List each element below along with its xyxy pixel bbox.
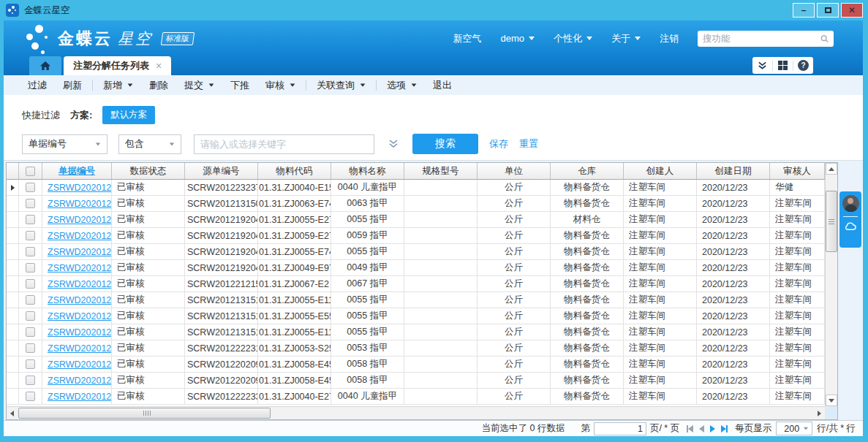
row-checkbox[interactable] <box>26 199 35 208</box>
column-unit[interactable]: 单位 <box>478 163 551 179</box>
row-checkbox[interactable] <box>26 279 35 289</box>
vertical-scroll-thumb[interactable] <box>826 191 837 252</box>
cloud-button[interactable] <box>844 221 857 231</box>
toolbar-push-down[interactable]: 下推 <box>222 79 257 92</box>
maximize-button[interactable] <box>817 3 839 18</box>
row-checkbox[interactable] <box>26 231 35 240</box>
tab-close-icon[interactable]: × <box>156 61 162 71</box>
bill-link[interactable]: ZSRWD2020122 <box>48 359 112 370</box>
row-checkbox[interactable] <box>26 311 35 321</box>
filter-operator-select[interactable]: 包含 <box>118 134 181 154</box>
table-row[interactable]: ZSRWD2020122已审核SCRW20122020901.31.ZJ0058… <box>7 373 837 389</box>
column-status[interactable]: 数据状态 <box>112 163 185 179</box>
table-row[interactable]: ZSRWD2020122已审核SCRW20121315101.31.ZJ0055… <box>7 308 837 324</box>
prev-page-button[interactable] <box>699 425 704 433</box>
bill-link[interactable]: ZSRWD2020122 <box>48 215 112 225</box>
nav-item-personalize[interactable]: 个性化 <box>554 32 592 45</box>
column-create-date[interactable]: 创建日期 <box>697 163 770 179</box>
column-bill-no[interactable]: 单据编号 <box>42 163 112 179</box>
toolbar-related-query[interactable]: 关联查询 <box>309 79 374 92</box>
toolbar-filter[interactable]: 过滤 <box>20 79 55 92</box>
per-page-select[interactable]: 200 <box>776 422 812 435</box>
row-checkbox[interactable] <box>26 263 35 273</box>
bill-link[interactable]: ZSRWD2020122 <box>48 263 112 273</box>
nav-item-about[interactable]: 关于 <box>611 32 641 45</box>
scroll-left-button[interactable] <box>7 408 18 419</box>
home-tab[interactable] <box>29 56 61 75</box>
bill-link[interactable]: ZSRWD2020122 <box>48 231 112 241</box>
toolbar-exit[interactable]: 退出 <box>425 79 460 92</box>
table-row[interactable]: ZSRWD2020122已审核SCRW20122223301.31.ZJ0040… <box>7 389 837 405</box>
page-number-input[interactable] <box>594 422 646 435</box>
toolbar-refresh[interactable]: 刷新 <box>55 79 90 92</box>
table-row[interactable]: ZSRWD2020122已审核SCRW20121315001.31.ZJ0063… <box>7 196 837 212</box>
nav-item-user-menu[interactable]: demo <box>500 33 535 44</box>
scroll-down-button[interactable] <box>826 395 837 406</box>
avatar-icon[interactable] <box>842 195 859 212</box>
toolbar-audit[interactable]: 审核 <box>257 79 303 92</box>
table-row[interactable]: ZSRWD2020122已审核SCRW20122020901.31.ZJ0058… <box>7 357 837 373</box>
bill-link[interactable]: ZSRWD2020122 <box>48 311 112 321</box>
collapse-toolbar-button[interactable] <box>752 57 772 74</box>
row-checkbox[interactable] <box>26 376 35 385</box>
row-checkbox[interactable] <box>26 392 35 401</box>
help-button[interactable]: ? <box>793 57 813 74</box>
table-row[interactable]: ZSRWD2020122已审核SCRW20121920401.31.ZJ0055… <box>7 212 837 228</box>
bill-link[interactable]: ZSRWD2020122 <box>48 327 112 338</box>
table-row[interactable]: ZSRWD2020122已审核SCRW20121315101.31.ZJ0055… <box>7 292 837 308</box>
toolbar-submit[interactable]: 提交 <box>176 79 222 92</box>
search-button[interactable]: 搜索 <box>412 134 478 154</box>
table-row[interactable]: ZSRWD2020122已审核SCRW20121920401.31.ZJ0055… <box>7 244 837 260</box>
default-scheme-button[interactable]: 默认方案 <box>102 106 155 124</box>
apps-grid-button[interactable] <box>773 57 793 74</box>
bill-link[interactable]: ZSRWD2020122 <box>48 343 112 354</box>
filter-field-select[interactable]: 单据编号 <box>22 134 107 154</box>
column-creator[interactable]: 创建人 <box>624 163 697 179</box>
tab-injection-task-list[interactable]: 注塑分解任务列表 × <box>64 56 171 75</box>
nav-item-new-air[interactable]: 新空气 <box>453 32 481 45</box>
column-source-no[interactable]: 源单编号 <box>185 163 258 179</box>
scroll-right-button[interactable] <box>814 408 825 419</box>
table-row[interactable]: ZSRWD2020122已审核SCRW20121920401.31.ZJ0059… <box>7 228 837 244</box>
toolbar-options[interactable]: 选项 <box>379 79 425 92</box>
column-material-name[interactable]: 物料名称 <box>331 163 404 179</box>
function-search-box[interactable] <box>698 31 834 47</box>
select-all-checkbox[interactable] <box>26 167 35 176</box>
reset-link[interactable]: 重置 <box>519 137 538 150</box>
last-page-button[interactable] <box>721 425 728 433</box>
toolbar-delete[interactable]: 删除 <box>141 79 176 92</box>
keyword-input[interactable] <box>194 134 374 154</box>
expand-filter-button[interactable] <box>388 140 399 148</box>
bill-link[interactable]: ZSRWD2020122 <box>48 376 112 386</box>
row-checkbox[interactable] <box>26 215 35 224</box>
toolbar-add[interactable]: 新增 <box>95 79 141 92</box>
bill-link[interactable]: ZSRWD2020122 <box>48 392 112 402</box>
bill-link[interactable]: ZSRWD2020122 <box>48 183 112 193</box>
column-warehouse[interactable]: 仓库 <box>551 163 624 179</box>
save-link[interactable]: 保存 <box>489 137 508 150</box>
function-search-input[interactable] <box>703 34 820 44</box>
row-checkbox[interactable] <box>26 343 35 353</box>
bill-link[interactable]: ZSRWD2020122 <box>48 199 112 209</box>
table-row[interactable]: ZSRWD2020122已审核SCRW20122223101.31.ZJ0053… <box>7 340 837 357</box>
bill-link[interactable]: ZSRWD2020122 <box>48 279 112 289</box>
row-checkbox[interactable] <box>26 295 35 305</box>
minimize-button[interactable]: – <box>793 3 815 18</box>
column-material-code[interactable]: 物料代码 <box>258 163 331 179</box>
bill-link[interactable]: ZSRWD2020122 <box>48 295 112 305</box>
vertical-scrollbar[interactable] <box>825 163 837 406</box>
row-checkbox[interactable] <box>26 183 35 192</box>
scroll-up-button[interactable] <box>826 163 837 175</box>
horizontal-scrollbar[interactable] <box>7 406 825 419</box>
column-spec[interactable]: 规格型号 <box>404 163 478 179</box>
nav-item-logout[interactable]: 注销 <box>660 32 679 45</box>
close-button[interactable]: ✕ <box>841 3 863 18</box>
bill-link[interactable]: ZSRWD2020122 <box>48 247 112 257</box>
table-row[interactable]: ZSRWD2020122已审核SCRW20121920401.31.ZJ0049… <box>7 260 837 276</box>
horizontal-scroll-thumb[interactable] <box>18 408 271 419</box>
table-row[interactable]: ZSRWD2020122已审核SCRW20121315101.31.ZJ0055… <box>7 324 837 340</box>
first-page-button[interactable] <box>687 425 693 433</box>
row-checkbox[interactable] <box>26 327 35 337</box>
row-checkbox[interactable] <box>26 247 35 256</box>
row-checkbox[interactable] <box>26 359 35 369</box>
